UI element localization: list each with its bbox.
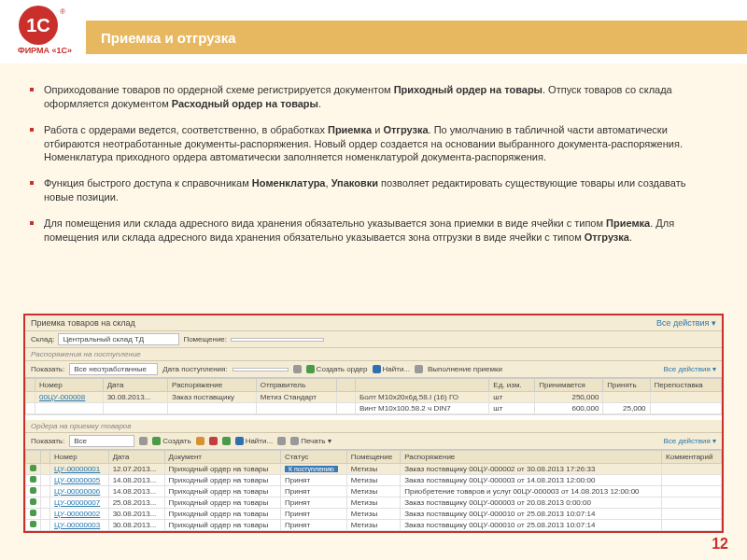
clear-icon[interactable] <box>415 365 423 373</box>
show-filter-2[interactable]: Все <box>69 435 134 447</box>
all-actions-3[interactable]: Все действия ▾ <box>663 437 716 445</box>
orders-table[interactable]: НомерДатаДокументСтатусПомещениеРаспоряж… <box>25 450 722 531</box>
section-orders: Ордера на приемку товаров <box>25 420 722 433</box>
bullet-1: Оприходование товаров по ордерной схеме … <box>44 80 714 111</box>
warehouse-field[interactable]: Центральный склад ТД <box>58 333 179 345</box>
table-row[interactable]: ЦУ-0000000230.08.2013...Приходный ордер … <box>26 509 722 520</box>
table-row[interactable]: Винт М10х100.58.2 ч DIN7шт600,00025,000 <box>26 403 722 414</box>
do-receipt-button[interactable]: Выполнение приемки <box>428 365 502 373</box>
print-button[interactable]: Печать ▾ <box>290 437 331 445</box>
page-number: 12 <box>712 536 728 553</box>
edit-icon[interactable] <box>196 437 204 445</box>
clear-icon-2[interactable] <box>139 437 148 445</box>
logo: 1C ® ФИРМА «1С» <box>9 6 80 58</box>
all-actions-2[interactable]: Все действия ▾ <box>663 365 716 373</box>
clear-icon-3[interactable] <box>277 437 286 445</box>
room-label: Помещение: <box>183 335 227 343</box>
find-button[interactable]: Найти... <box>373 365 411 373</box>
table-row[interactable]: ЦУ-0000000112.07.2013...Приходный ордер … <box>26 464 722 475</box>
date-field[interactable] <box>233 368 289 371</box>
bullet-3: Функция быстрого доступа к справочникам … <box>44 174 714 204</box>
content-text: Оприходование товаров по ордерной схеме … <box>23 80 714 254</box>
create-button[interactable]: Создать <box>152 437 190 445</box>
table-row[interactable]: ЦУ-0000000330.08.2013...Приходный ордер … <box>26 520 722 531</box>
logo-mark: 1C <box>26 15 50 36</box>
table-row[interactable]: ЦУ-0000000614.08.2013...Приходный ордер … <box>26 486 722 497</box>
app-screenshot: Приемка товаров на склад Все действия ▾ … <box>23 314 724 533</box>
bullet-2: Работа с ордерами ведется, соответственн… <box>44 120 714 165</box>
page-title: Приемка и отгрузка <box>101 30 236 46</box>
section-incoming: Распоряжения на поступление <box>25 348 722 361</box>
bullet-4: Для помещения или склада адресного вида … <box>44 214 714 245</box>
show-label-2: Показать: <box>31 437 64 445</box>
show-label: Показать: <box>31 365 64 373</box>
table-row[interactable]: ЦУ-0000000725.08.2013...Приходный ордер … <box>26 497 722 509</box>
table-row[interactable]: 00ЦУ-00000830.08.2013...Заказ поставщику… <box>26 392 722 403</box>
create-order-button[interactable]: Создать ордер <box>306 365 368 373</box>
room-field[interactable] <box>231 338 324 342</box>
find-button-2[interactable]: Найти... <box>235 437 274 445</box>
app-title: Приемка товаров на склад <box>31 318 135 328</box>
logo-text: ФИРМА «1С» <box>9 46 80 55</box>
logo-registered: ® <box>60 7 65 16</box>
incoming-table[interactable]: НомерДатаРаспоряжениеОтправительЕд. изм.… <box>25 378 722 414</box>
all-actions-link[interactable]: Все действия ▾ <box>656 318 716 328</box>
delete-icon[interactable] <box>209 437 218 445</box>
date-label: Дата поступления: <box>162 365 227 373</box>
warehouse-label: Склад: <box>31 335 54 343</box>
calendar-icon[interactable] <box>293 365 302 373</box>
refresh-icon[interactable] <box>222 437 231 445</box>
show-filter[interactable]: Все неотработанные <box>69 363 158 375</box>
table-row[interactable]: ЦУ-0000000514.08.2013...Приходный ордер … <box>26 475 722 486</box>
